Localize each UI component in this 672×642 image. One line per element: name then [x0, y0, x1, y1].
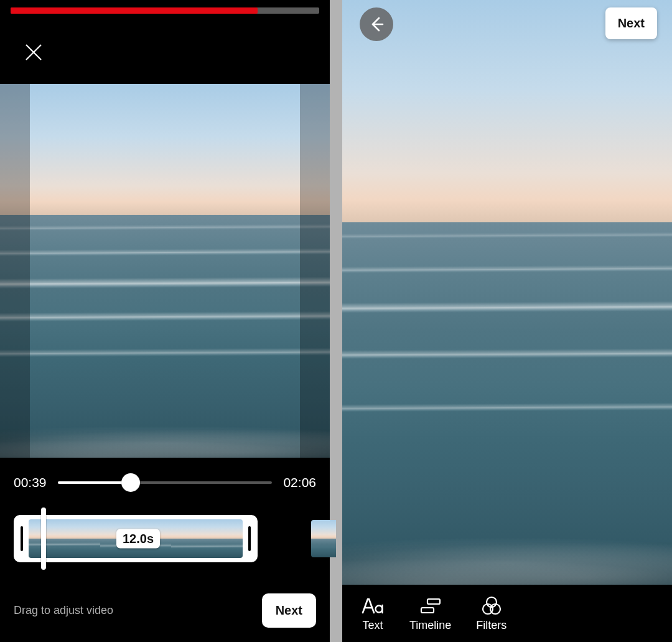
svg-rect-7	[421, 608, 434, 613]
trim-adjacent-clip	[311, 520, 336, 557]
video-preview[interactable]	[342, 0, 672, 585]
compose-toolbar: Text Timeline	[342, 585, 672, 642]
bottom-bar: Drag to adjust video Next	[14, 592, 316, 628]
current-time-label: 00:39	[14, 475, 47, 490]
trim-handle-start[interactable]	[17, 524, 26, 554]
text-icon	[361, 597, 385, 615]
playback-slider[interactable]	[58, 470, 273, 495]
trim-handle-end[interactable]	[245, 524, 254, 554]
arrow-left-icon	[368, 16, 385, 33]
next-button[interactable]: Next	[605, 7, 657, 39]
back-button[interactable]	[360, 7, 393, 41]
upload-progress-fill	[11, 7, 258, 14]
tool-timeline[interactable]: Timeline	[409, 595, 451, 632]
crop-overlay-right	[300, 84, 330, 458]
trim-strip[interactable]: 12.0s	[14, 507, 316, 570]
tool-filters[interactable]: Filters	[476, 595, 506, 632]
trim-thumbnail	[171, 519, 243, 558]
playback-row: 00:39 02:06	[14, 470, 316, 495]
tool-text[interactable]: Text	[361, 595, 385, 632]
help-text: Drag to adjust video	[14, 604, 113, 617]
tool-filters-label: Filters	[476, 619, 506, 632]
next-button[interactable]: Next	[262, 593, 316, 628]
tool-text-label: Text	[362, 619, 383, 632]
timeline-icon	[420, 597, 441, 615]
compose-screen: Next Text	[342, 0, 672, 642]
trim-screen: 00:39 02:06	[0, 0, 330, 642]
svg-point-4	[376, 605, 383, 612]
ocean-scene	[342, 0, 672, 585]
tool-timeline-label: Timeline	[409, 619, 451, 632]
trim-playhead[interactable]	[41, 507, 46, 570]
close-icon	[24, 42, 44, 62]
close-button[interactable]	[24, 42, 44, 62]
svg-rect-6	[427, 599, 440, 604]
filters-icon	[481, 596, 502, 616]
ocean-scene	[0, 84, 330, 458]
trim-thumbnail	[29, 519, 100, 558]
video-preview[interactable]	[0, 84, 330, 458]
trim-duration-chip: 12.0s	[116, 529, 160, 549]
crop-overlay-left	[0, 84, 30, 458]
upload-progress-track	[11, 7, 319, 14]
total-time-label: 02:06	[283, 475, 316, 490]
playback-thumb[interactable]	[121, 473, 140, 492]
